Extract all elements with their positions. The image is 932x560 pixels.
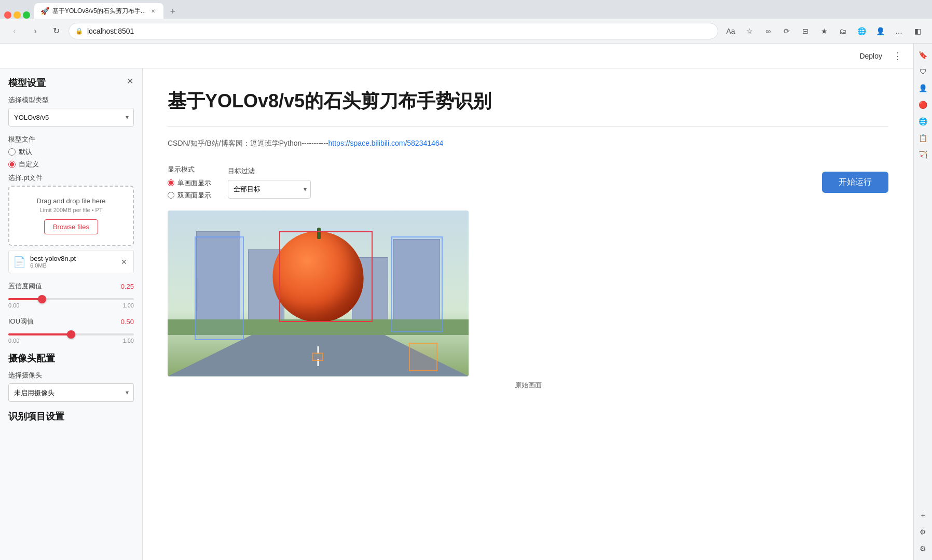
back-btn[interactable]: ‹	[6, 23, 23, 39]
bilibili-link[interactable]: https://space.bilibili.com/582341464	[328, 139, 444, 147]
confidence-slider[interactable]	[8, 298, 134, 300]
confidence-value: 0.25	[121, 283, 134, 290]
tab-close-btn[interactable]: ✕	[149, 7, 157, 15]
camera-settings-title: 摄像头配置	[8, 352, 134, 365]
ext-icon-4[interactable]: 🔴	[916, 97, 930, 112]
scene-image	[168, 211, 469, 376]
confidence-header: 置信度阈值 0.25	[8, 282, 134, 291]
iou-slider-section: IOU阈值 0.50 0.00 1.00	[8, 317, 134, 344]
copilot-btn[interactable]: ⟳	[778, 23, 795, 39]
app-header: Deploy ⋮	[0, 44, 913, 68]
model-type-select[interactable]: YOLOv8/v5	[8, 108, 134, 127]
ext-icon-5[interactable]: 🌐	[916, 114, 930, 129]
target-filter-select[interactable]: 全部目标 石头 剪刀 布	[228, 180, 311, 199]
detection-box-car	[312, 353, 323, 361]
header-menu-btn[interactable]: ⋮	[890, 49, 905, 63]
tab-favicon: 🚀	[40, 7, 49, 15]
file-info: best-yolov8n.pt 6.0MB	[30, 255, 115, 269]
upload-limit: Limit 200MB per file • PT	[20, 207, 122, 213]
url-text: localhost:8501	[87, 27, 711, 35]
active-tab[interactable]: 🚀 基于YOLOv8/v5的石头剪刀布手... ✕	[34, 3, 163, 19]
iou-slider[interactable]	[8, 333, 134, 335]
target-filter-label: 目标过滤	[228, 166, 311, 176]
page-description: CSDN/知乎/B站/博客园：逗逗班学Python-----------http…	[168, 139, 888, 148]
iou-header: IOU阈值 0.50	[8, 317, 134, 326]
uploaded-file-item: 📄 best-yolov8n.pt 6.0MB ✕	[8, 250, 134, 273]
app-container: ✕ 模型设置 选择模型类型 YOLOv8/v5 ▾ 模型文件	[0, 68, 913, 560]
app-main: 基于YOLOv8/v5的石头剪刀布手势识别 CSDN/知乎/B站/博客园：逗逗班…	[143, 68, 913, 560]
deploy-btn[interactable]: Deploy	[855, 50, 886, 62]
upload-text: Drag and drop file here	[20, 197, 122, 205]
file-name: best-yolov8n.pt	[30, 255, 115, 262]
confidence-label: 置信度阈值	[8, 282, 42, 291]
ext-icon-6[interactable]: 📋	[916, 131, 930, 145]
camera-select-label: 选择摄像头	[8, 371, 134, 380]
file-select-label: 选择.pt文件	[8, 173, 134, 183]
detection-box-left	[195, 236, 244, 340]
start-run-btn[interactable]: 开始运行	[822, 172, 888, 193]
model-settings-title: 模型设置	[8, 77, 134, 89]
maximize-window-btn[interactable]	[23, 11, 30, 19]
model-type-label: 选择模型类型	[8, 95, 134, 105]
close-window-btn[interactable]	[4, 11, 11, 19]
infinity-btn[interactable]: ∞	[760, 23, 776, 39]
camera-select[interactable]: 未启用摄像头	[8, 383, 134, 402]
profile-btn[interactable]: 👤	[872, 23, 888, 39]
more-btn[interactable]: …	[890, 23, 907, 39]
target-filter-group: 目标过滤 全部目标 石头 剪刀 布 ▾	[228, 166, 311, 199]
tab-bar: 🚀 基于YOLOv8/v5的石头剪刀布手... ✕ +	[0, 0, 932, 19]
ext-settings-2-btn[interactable]: ⚙	[916, 541, 930, 556]
forward-btn[interactable]: ›	[27, 23, 44, 39]
bookmark-btn[interactable]: ☆	[741, 23, 758, 39]
file-remove-btn[interactable]: ✕	[119, 257, 129, 267]
camera-select-wrapper: 未启用摄像头 ▾	[8, 383, 134, 402]
page-title: 基于YOLOv8/v5的石头剪刀布手势识别	[168, 89, 888, 114]
model-file-radio-group: 默认 自定义	[8, 147, 134, 169]
recognition-settings-title: 识别项目设置	[8, 410, 134, 423]
lock-icon: 🔒	[75, 27, 83, 35]
browser-ext-sidebar: 🔖 🛡 👤 🔴 🌐 📋 🏹 + ⚙ ⚙	[913, 44, 932, 560]
sidebar-close-btn[interactable]: ✕	[124, 75, 136, 87]
model-file-label: 模型文件	[8, 135, 134, 144]
sidebar: ✕ 模型设置 选择模型类型 YOLOv8/v5 ▾ 模型文件	[0, 68, 143, 560]
file-upload-area[interactable]: Drag and drop file here Limit 200MB per …	[8, 186, 134, 246]
detection-box-apple	[279, 231, 373, 322]
ext-icon-7[interactable]: 🏹	[916, 147, 930, 162]
new-tab-btn[interactable]: +	[166, 4, 180, 19]
controls-row: 显示模式 单画面显示 双画面显示	[168, 165, 888, 200]
detection-box-right	[391, 236, 443, 332]
model-type-wrapper: YOLOv8/v5 ▾	[8, 108, 134, 127]
sidebar-toggle-btn[interactable]: ◧	[909, 23, 926, 39]
reader-mode-btn[interactable]: Aa	[722, 23, 739, 39]
radio-default[interactable]: 默认	[8, 147, 134, 157]
address-bar[interactable]: 🔒 localhost:8501	[68, 23, 718, 39]
tab-title: 基于YOLOv8/v5的石头剪刀布手...	[52, 7, 146, 16]
radio-custom[interactable]: 自定义	[8, 160, 134, 169]
file-size: 6.0MB	[30, 262, 115, 269]
display-mode-group: 显示模式 单画面显示 双画面显示	[168, 165, 211, 200]
file-icon: 📄	[13, 256, 26, 268]
ext-icon-3[interactable]: 👤	[916, 81, 930, 95]
favorites-btn[interactable]: ★	[816, 23, 832, 39]
image-container: 原始画面	[168, 211, 888, 390]
iou-label: IOU阈值	[8, 317, 34, 326]
browser-content: Deploy ⋮ ✕ 模型设置 选择模型类型 YOLOv8/v5 ▾	[0, 44, 932, 560]
ext-icon-1[interactable]: 🔖	[916, 48, 930, 62]
ext-icon-2[interactable]: 🛡	[916, 64, 930, 79]
ext-add-btn[interactable]: +	[916, 508, 930, 523]
radio-dual-display[interactable]: 双画面显示	[168, 191, 211, 200]
split-btn[interactable]: ⊟	[797, 23, 814, 39]
browse-files-btn[interactable]: Browse files	[44, 219, 98, 234]
refresh-btn[interactable]: ↻	[48, 23, 64, 39]
iou-value: 0.50	[121, 318, 134, 326]
translate-btn[interactable]: 🌐	[853, 23, 870, 39]
ext-settings-btn[interactable]: ⚙	[916, 525, 930, 539]
page-divider	[168, 126, 888, 127]
display-mode-radios: 单画面显示 双画面显示	[168, 178, 211, 200]
collections-btn[interactable]: 🗂	[834, 23, 851, 39]
toolbar-actions: Aa ☆ ∞ ⟳ ⊟ ★ 🗂 🌐 👤 … ◧	[722, 23, 926, 39]
browser-toolbar: ‹ › ↻ 🔒 localhost:8501 Aa ☆ ∞ ⟳ ⊟ ★ 🗂 🌐 …	[0, 19, 932, 44]
radio-single-display[interactable]: 单画面显示	[168, 178, 211, 188]
app-wrapper: Deploy ⋮ ✕ 模型设置 选择模型类型 YOLOv8/v5 ▾	[0, 44, 913, 560]
minimize-window-btn[interactable]	[13, 11, 21, 19]
